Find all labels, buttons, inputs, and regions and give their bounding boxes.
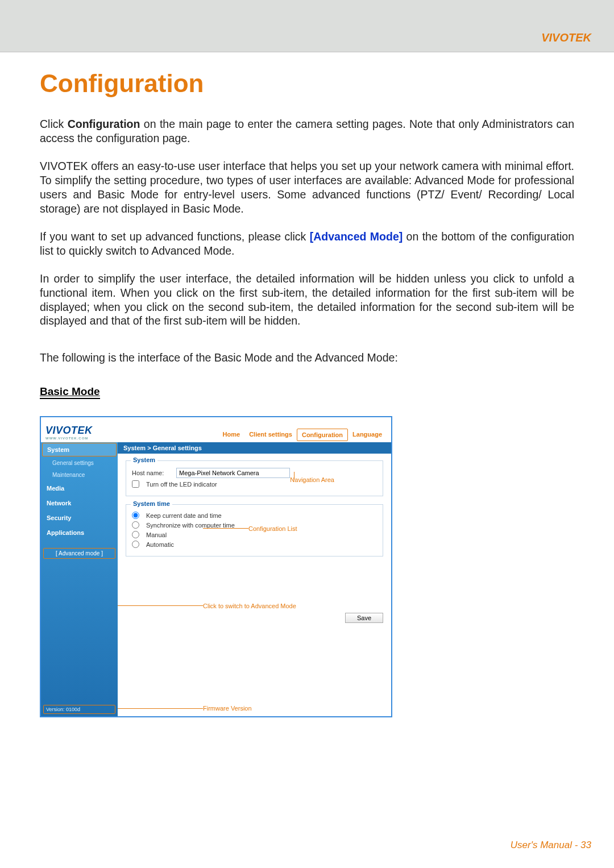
paragraph-2: VIVOTEK offers an easy-to-use user inter…: [40, 159, 574, 216]
sidebar: System General settings Maintenance Medi…: [41, 442, 118, 716]
sidebar-item-maintenance[interactable]: Maintenance: [41, 469, 118, 481]
text: Click: [40, 118, 68, 130]
sidebar-item-security[interactable]: Security: [41, 510, 118, 525]
nav-home[interactable]: Home: [218, 429, 245, 441]
header-brand: VIVOTEK: [541, 31, 591, 44]
time-manual-radio[interactable]: [132, 531, 139, 538]
sidebar-item-network[interactable]: Network: [41, 496, 118, 510]
paragraph-3: If you want to set up advanced functions…: [40, 230, 574, 258]
time-keep-label: Keep current date and time: [146, 512, 222, 519]
time-keep-radio[interactable]: [132, 512, 139, 519]
logo-subtext: WWW.VIVOTEK.COM: [45, 437, 93, 440]
paragraph-1: Click Configuration on the main page to …: [40, 117, 574, 146]
top-navigation: Home Client settings Configuration Langu…: [218, 429, 387, 442]
page-number: 33: [580, 840, 591, 850]
callout-line: [203, 528, 248, 529]
paragraph-4: In order to simplify the user interface,…: [40, 272, 574, 329]
nav-configuration[interactable]: Configuration: [297, 429, 348, 441]
sidebar-item-media[interactable]: Media: [41, 481, 118, 496]
system-time-legend: System time: [131, 500, 172, 507]
nav-client-settings[interactable]: Client settings: [244, 429, 297, 441]
version-label: Version: 0100d: [43, 705, 115, 714]
callout-navigation-area: Navigation Area: [290, 476, 334, 483]
led-label: Turn off the LED indicator: [146, 481, 217, 488]
callout-line: [294, 472, 294, 480]
time-auto-radio[interactable]: [132, 541, 139, 548]
text: If you want to set up advanced functions…: [40, 230, 310, 243]
time-sync-label: Synchronize with computer time: [146, 522, 235, 529]
footer: User's Manual - 33: [511, 840, 591, 851]
save-button[interactable]: Save: [345, 613, 383, 623]
nav-language[interactable]: Language: [348, 429, 387, 441]
sidebar-item-general-settings[interactable]: General settings: [41, 457, 118, 469]
time-auto-label: Automatic: [146, 541, 174, 548]
vivotek-logo: VIVOTEK WWW.VIVOTEK.COM: [45, 425, 93, 442]
callout-line: [118, 605, 203, 606]
advanced-mode-link: [Advanced Mode]: [310, 230, 403, 243]
callout-config-list: Configuration List: [248, 525, 297, 532]
advanced-mode-button[interactable]: [ Advanced mode ]: [43, 548, 115, 559]
callout-line: [118, 708, 203, 709]
ui-screenshot: VIVOTEK WWW.VIVOTEK.COM Home Client sett…: [40, 416, 392, 717]
system-fieldset: System Host name: Turn off the LED indic…: [126, 460, 383, 496]
paragraph-5: The following is the interface of the Ba…: [40, 351, 574, 365]
main-panel: System > General settings System Host na…: [118, 442, 391, 716]
sidebar-item-applications[interactable]: Applications: [41, 525, 118, 540]
sidebar-item-system[interactable]: System: [42, 443, 117, 456]
time-manual-label: Manual: [146, 531, 167, 538]
hostname-label: Host name:: [132, 470, 172, 476]
basic-mode-heading: Basic Mode: [40, 385, 100, 399]
page-title: Configuration: [40, 69, 574, 98]
hostname-input[interactable]: [176, 468, 290, 478]
led-checkbox[interactable]: [132, 480, 139, 488]
callout-firmware-version: Firmware Version: [203, 705, 252, 712]
time-sync-radio[interactable]: [132, 521, 139, 529]
breadcrumb: System > General settings: [118, 442, 391, 454]
bold-text: Configuration: [68, 118, 140, 130]
footer-label: User's Manual -: [511, 840, 580, 850]
system-legend: System: [131, 456, 157, 463]
callout-advanced-mode: Click to switch to Advanced Mode: [203, 603, 296, 609]
logo-text: VIVOTEK: [45, 425, 93, 436]
